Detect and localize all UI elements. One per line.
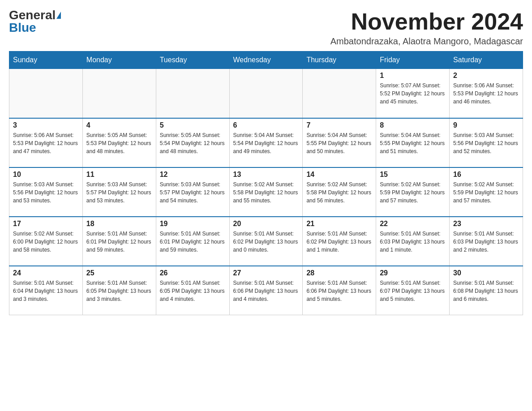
day-info: Sunrise: 5:01 AM Sunset: 6:07 PM Dayligh… <box>380 279 446 303</box>
calendar-day-cell: 29Sunrise: 5:01 AM Sunset: 6:07 PM Dayli… <box>376 266 450 315</box>
calendar-header-sunday: Sunday <box>9 51 83 69</box>
day-info: Sunrise: 5:03 AM Sunset: 5:57 PM Dayligh… <box>160 180 226 205</box>
day-number: 27 <box>233 269 299 277</box>
calendar-day-cell: 14Sunrise: 5:02 AM Sunset: 5:58 PM Dayli… <box>303 167 376 217</box>
calendar-day-cell: 9Sunrise: 5:03 AM Sunset: 5:56 PM Daylig… <box>450 118 523 167</box>
calendar-header-tuesday: Tuesday <box>156 51 229 69</box>
day-number: 15 <box>380 171 446 179</box>
day-info: Sunrise: 5:05 AM Sunset: 5:54 PM Dayligh… <box>160 131 226 155</box>
calendar-day-cell: 8Sunrise: 5:04 AM Sunset: 5:55 PM Daylig… <box>376 118 450 167</box>
calendar-day-cell: 17Sunrise: 5:02 AM Sunset: 6:00 PM Dayli… <box>9 217 83 266</box>
day-number: 19 <box>160 220 226 228</box>
calendar-day-cell: 26Sunrise: 5:01 AM Sunset: 6:05 PM Dayli… <box>156 266 229 315</box>
calendar-header-friday: Friday <box>376 51 450 69</box>
day-info: Sunrise: 5:01 AM Sunset: 6:05 PM Dayligh… <box>160 279 226 303</box>
calendar-day-cell: 10Sunrise: 5:03 AM Sunset: 5:56 PM Dayli… <box>9 167 83 217</box>
calendar-day-cell: 21Sunrise: 5:01 AM Sunset: 6:02 PM Dayli… <box>303 217 376 266</box>
day-number: 12 <box>160 171 226 179</box>
calendar-week-row: 10Sunrise: 5:03 AM Sunset: 5:56 PM Dayli… <box>9 167 523 217</box>
calendar-day-cell <box>303 69 376 118</box>
day-number: 28 <box>306 269 372 277</box>
day-info: Sunrise: 5:01 AM Sunset: 6:08 PM Dayligh… <box>453 279 519 303</box>
month-title: November 2024 <box>330 9 523 34</box>
day-info: Sunrise: 5:01 AM Sunset: 6:03 PM Dayligh… <box>380 230 446 254</box>
calendar-week-row: 1Sunrise: 5:07 AM Sunset: 5:52 PM Daylig… <box>9 69 523 118</box>
location-title: Ambatondrazaka, Alaotra Mangoro, Madagas… <box>330 36 523 47</box>
calendar-day-cell <box>229 69 303 118</box>
day-info: Sunrise: 5:04 AM Sunset: 5:55 PM Dayligh… <box>306 131 372 155</box>
calendar-day-cell: 5Sunrise: 5:05 AM Sunset: 5:54 PM Daylig… <box>156 118 229 167</box>
day-info: Sunrise: 5:03 AM Sunset: 5:57 PM Dayligh… <box>86 180 152 205</box>
day-info: Sunrise: 5:01 AM Sunset: 6:05 PM Dayligh… <box>86 279 152 303</box>
calendar-header-row: SundayMondayTuesdayWednesdayThursdayFrid… <box>9 51 523 69</box>
day-number: 2 <box>453 72 519 80</box>
day-info: Sunrise: 5:04 AM Sunset: 5:55 PM Dayligh… <box>380 131 446 155</box>
day-number: 24 <box>13 269 79 277</box>
calendar-day-cell: 20Sunrise: 5:01 AM Sunset: 6:02 PM Dayli… <box>229 217 303 266</box>
day-number: 26 <box>160 269 226 277</box>
calendar-week-row: 24Sunrise: 5:01 AM Sunset: 6:04 PM Dayli… <box>9 266 523 315</box>
calendar-day-cell <box>9 69 83 118</box>
logo-general-text: General <box>9 9 56 21</box>
calendar-day-cell: 23Sunrise: 5:01 AM Sunset: 6:03 PM Dayli… <box>450 217 523 266</box>
calendar-day-cell: 30Sunrise: 5:01 AM Sunset: 6:08 PM Dayli… <box>450 266 523 315</box>
calendar-day-cell <box>156 69 229 118</box>
calendar-day-cell: 7Sunrise: 5:04 AM Sunset: 5:55 PM Daylig… <box>303 118 376 167</box>
day-number: 17 <box>13 220 79 228</box>
calendar-table: SundayMondayTuesdayWednesdayThursdayFrid… <box>9 51 523 315</box>
day-number: 1 <box>380 72 446 80</box>
day-number: 8 <box>380 121 446 129</box>
day-number: 13 <box>233 171 299 179</box>
calendar-day-cell: 18Sunrise: 5:01 AM Sunset: 6:01 PM Dayli… <box>82 217 156 266</box>
day-number: 18 <box>86 220 152 228</box>
day-info: Sunrise: 5:06 AM Sunset: 5:53 PM Dayligh… <box>453 81 519 106</box>
logo-triangle-icon <box>56 12 61 19</box>
day-number: 22 <box>380 220 446 228</box>
calendar-day-cell: 19Sunrise: 5:01 AM Sunset: 6:01 PM Dayli… <box>156 217 229 266</box>
day-info: Sunrise: 5:07 AM Sunset: 5:52 PM Dayligh… <box>380 81 446 106</box>
day-info: Sunrise: 5:01 AM Sunset: 6:02 PM Dayligh… <box>306 230 372 254</box>
day-info: Sunrise: 5:03 AM Sunset: 5:56 PM Dayligh… <box>13 180 79 205</box>
day-info: Sunrise: 5:02 AM Sunset: 5:58 PM Dayligh… <box>233 180 299 205</box>
day-number: 16 <box>453 171 519 179</box>
calendar-week-row: 17Sunrise: 5:02 AM Sunset: 6:00 PM Dayli… <box>9 217 523 266</box>
calendar-day-cell: 13Sunrise: 5:02 AM Sunset: 5:58 PM Dayli… <box>229 167 303 217</box>
calendar-week-row: 3Sunrise: 5:06 AM Sunset: 5:53 PM Daylig… <box>9 118 523 167</box>
day-info: Sunrise: 5:01 AM Sunset: 6:01 PM Dayligh… <box>160 230 226 254</box>
logo: General Blue <box>9 9 61 34</box>
day-number: 29 <box>380 269 446 277</box>
logo-blue-text: Blue <box>9 21 36 34</box>
day-info: Sunrise: 5:05 AM Sunset: 5:53 PM Dayligh… <box>86 131 152 155</box>
day-number: 20 <box>233 220 299 228</box>
day-number: 14 <box>306 171 372 179</box>
calendar-day-cell: 22Sunrise: 5:01 AM Sunset: 6:03 PM Dayli… <box>376 217 450 266</box>
day-info: Sunrise: 5:02 AM Sunset: 5:58 PM Dayligh… <box>306 180 372 205</box>
day-number: 21 <box>306 220 372 228</box>
day-info: Sunrise: 5:02 AM Sunset: 5:59 PM Dayligh… <box>380 180 446 205</box>
calendar-day-cell: 25Sunrise: 5:01 AM Sunset: 6:05 PM Dayli… <box>82 266 156 315</box>
day-info: Sunrise: 5:02 AM Sunset: 6:00 PM Dayligh… <box>13 230 79 254</box>
calendar-day-cell: 28Sunrise: 5:01 AM Sunset: 6:06 PM Dayli… <box>303 266 376 315</box>
day-info: Sunrise: 5:03 AM Sunset: 5:56 PM Dayligh… <box>453 131 519 155</box>
calendar-header-saturday: Saturday <box>450 51 523 69</box>
calendar-header-monday: Monday <box>82 51 156 69</box>
day-number: 7 <box>306 121 372 129</box>
day-info: Sunrise: 5:01 AM Sunset: 6:06 PM Dayligh… <box>233 279 299 303</box>
calendar-day-cell: 3Sunrise: 5:06 AM Sunset: 5:53 PM Daylig… <box>9 118 83 167</box>
calendar-day-cell: 12Sunrise: 5:03 AM Sunset: 5:57 PM Dayli… <box>156 167 229 217</box>
calendar-header-wednesday: Wednesday <box>229 51 303 69</box>
day-info: Sunrise: 5:02 AM Sunset: 5:59 PM Dayligh… <box>453 180 519 205</box>
calendar-day-cell: 2Sunrise: 5:06 AM Sunset: 5:53 PM Daylig… <box>450 69 523 118</box>
day-number: 10 <box>13 171 79 179</box>
calendar-day-cell: 1Sunrise: 5:07 AM Sunset: 5:52 PM Daylig… <box>376 69 450 118</box>
calendar-day-cell: 11Sunrise: 5:03 AM Sunset: 5:57 PM Dayli… <box>82 167 156 217</box>
day-info: Sunrise: 5:04 AM Sunset: 5:54 PM Dayligh… <box>233 131 299 155</box>
day-number: 30 <box>453 269 519 277</box>
day-info: Sunrise: 5:01 AM Sunset: 6:06 PM Dayligh… <box>306 279 372 303</box>
day-info: Sunrise: 5:01 AM Sunset: 6:04 PM Dayligh… <box>13 279 79 303</box>
day-number: 9 <box>453 121 519 129</box>
day-info: Sunrise: 5:01 AM Sunset: 6:02 PM Dayligh… <box>233 230 299 254</box>
day-number: 11 <box>86 171 152 179</box>
calendar-day-cell: 24Sunrise: 5:01 AM Sunset: 6:04 PM Dayli… <box>9 266 83 315</box>
day-number: 23 <box>453 220 519 228</box>
